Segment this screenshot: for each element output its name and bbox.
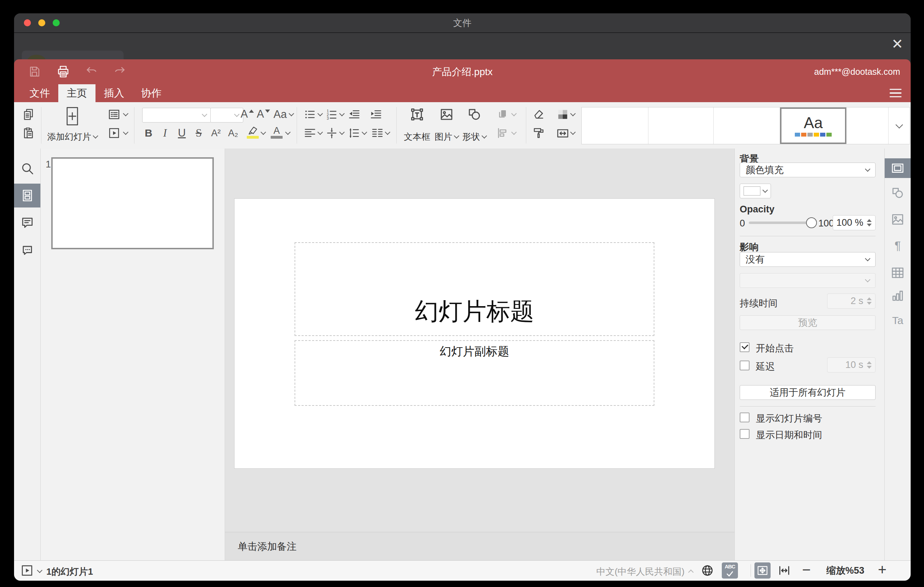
sidebar-chat-button[interactable] (14, 238, 40, 262)
numbering-button[interactable]: 123 (325, 108, 338, 121)
language-caret[interactable] (689, 569, 693, 574)
theme-gallery-expand-button[interactable] (889, 107, 909, 144)
start-slideshow-status-button[interactable] (20, 564, 34, 577)
show-slide-number-checkbox[interactable] (740, 412, 749, 422)
tab-file[interactable]: 文件 (21, 84, 58, 102)
sidebar-comments-button[interactable] (14, 211, 40, 235)
font-color-button[interactable]: A (271, 126, 282, 139)
document-language[interactable]: 中文(中华人民共和国) (576, 566, 685, 578)
notes-area[interactable]: 单击添加备注 (225, 532, 734, 561)
insert-textbox-button[interactable] (410, 107, 424, 122)
slide-layout-button[interactable] (108, 108, 120, 121)
increase-indent-button[interactable] (370, 108, 382, 121)
chart-settings-tab[interactable] (885, 286, 911, 305)
title-placeholder[interactable]: 幻灯片标题 (295, 242, 654, 336)
highlight-color-chevron[interactable] (262, 132, 266, 134)
start-on-click-checkbox[interactable] (740, 342, 749, 352)
add-slide-button[interactable] (65, 106, 79, 126)
textart-settings-tab[interactable]: Ta (885, 311, 911, 330)
slideshow-mode-chevron[interactable] (38, 570, 42, 572)
paragraph-settings-tab[interactable]: ¶ (885, 236, 911, 256)
opacity-spinner[interactable]: 100 % (833, 215, 876, 230)
apply-to-all-slides-button[interactable]: 适用于所有幻灯片 (740, 385, 876, 400)
slide[interactable]: 幻灯片标题 幻灯片副标题 (234, 199, 714, 468)
slide-layout-chevron[interactable] (124, 114, 128, 115)
font-size-combobox[interactable] (210, 108, 243, 122)
columns-chevron[interactable] (386, 132, 390, 134)
color-scheme-chevron[interactable] (571, 114, 575, 115)
copy-button[interactable] (22, 108, 35, 121)
fit-to-width-button[interactable] (777, 564, 791, 577)
menu-button[interactable] (889, 89, 901, 97)
theme-item[interactable] (648, 107, 714, 144)
vertical-align-button[interactable] (325, 127, 338, 139)
opacity-slider-thumb[interactable] (806, 217, 817, 228)
font-name-combobox[interactable] (142, 108, 211, 122)
color-scheme-button[interactable] (556, 108, 569, 121)
insert-shape-button[interactable] (467, 107, 482, 122)
theme-item[interactable] (846, 107, 889, 144)
subtitle-placeholder[interactable]: 幻灯片副标题 (295, 340, 654, 406)
table-settings-tab[interactable] (885, 263, 911, 283)
superscript-button[interactable]: A² (211, 128, 221, 139)
theme-item[interactable] (582, 107, 648, 144)
slide-size-chevron[interactable] (571, 132, 575, 134)
show-date-time-checkbox[interactable] (740, 429, 749, 439)
font-color-chevron[interactable] (286, 132, 290, 134)
opacity-slider-track[interactable] (749, 221, 813, 224)
slide-thumbnail[interactable] (51, 157, 214, 249)
arrange-chevron[interactable] (512, 114, 516, 115)
paste-button[interactable] (22, 127, 35, 139)
tab-home[interactable]: 主页 (58, 84, 96, 102)
arrange-button[interactable] (497, 108, 509, 121)
close-file-button[interactable]: ✕ (889, 36, 905, 52)
clear-style-button[interactable] (532, 108, 545, 121)
line-spacing-button[interactable] (348, 127, 361, 139)
slide-size-button[interactable] (556, 126, 569, 140)
horizontal-align-button[interactable] (304, 127, 316, 139)
delay-checkbox[interactable] (740, 361, 749, 370)
sidebar-search-button[interactable] (14, 157, 40, 180)
image-settings-tab[interactable] (885, 209, 911, 229)
horizontal-align-chevron[interactable] (318, 132, 322, 134)
tab-insert[interactable]: 插入 (96, 84, 133, 102)
insert-textbox-label-button[interactable]: 文本框 (404, 131, 431, 143)
zoom-out-button[interactable]: − (802, 561, 811, 578)
bullets-button[interactable] (304, 108, 316, 121)
change-case-button[interactable]: Aa (274, 108, 287, 121)
tab-collaboration[interactable]: 协作 (133, 84, 170, 102)
increment-font-button[interactable]: A (241, 108, 254, 120)
sidebar-slides-button[interactable] (14, 184, 40, 208)
underline-button[interactable]: U (178, 127, 186, 139)
vertical-align-chevron[interactable] (340, 132, 344, 134)
strikeout-button[interactable]: S (196, 127, 201, 139)
line-spacing-chevron[interactable] (363, 132, 366, 134)
theme-item[interactable] (714, 107, 780, 144)
italic-button[interactable]: I (163, 127, 167, 139)
effect-select[interactable]: 没有 (740, 252, 876, 267)
background-color-swatch[interactable] (740, 184, 771, 198)
decrement-font-button[interactable]: A (257, 108, 270, 120)
fit-to-slide-button[interactable] (754, 562, 771, 579)
columns-button[interactable] (371, 127, 384, 139)
highlight-color-button[interactable] (247, 126, 259, 139)
slide-settings-tab[interactable] (885, 158, 911, 178)
add-slide-label-button[interactable]: 添加幻灯片 (48, 131, 97, 143)
copy-style-button[interactable] (532, 127, 545, 139)
insert-image-label-button[interactable]: 图片 (435, 131, 459, 143)
bullets-chevron[interactable] (318, 114, 322, 115)
bold-button[interactable]: B (145, 127, 152, 139)
numbering-chevron[interactable] (340, 114, 344, 115)
change-case-chevron[interactable] (290, 114, 294, 115)
insert-shape-label-button[interactable]: 形状 (462, 131, 486, 143)
subscript-button[interactable]: A₂ (228, 128, 238, 139)
decrease-indent-button[interactable] (348, 108, 361, 121)
shape-settings-tab[interactable] (885, 183, 911, 203)
insert-image-button[interactable] (439, 107, 454, 122)
spellcheck-button[interactable]: ABC (722, 562, 738, 579)
start-slideshow-button[interactable] (108, 127, 120, 139)
spinner-arrows-icon[interactable] (867, 219, 872, 226)
zoom-in-button[interactable]: + (878, 561, 887, 578)
start-slideshow-chevron[interactable] (124, 132, 128, 134)
align-objects-button[interactable] (497, 127, 509, 139)
